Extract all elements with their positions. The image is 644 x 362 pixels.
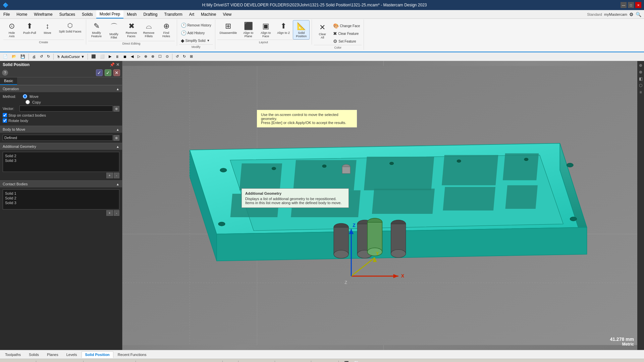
view-btn-4[interactable]: ⏸ [114,54,121,60]
add-history-button[interactable]: 🕑 Add History [179,29,213,37]
find-holes-button[interactable]: ⊕ FindHoles [158,20,175,40]
clear-all-button[interactable]: ✕ ClearAll [314,21,331,41]
method-move-option[interactable]: Move [23,94,43,99]
section-contact-bodies[interactable]: Contact Bodies ▲ [0,180,122,187]
menu-transform[interactable]: Transform [161,11,186,18]
panel-close-icon[interactable]: ✕ [116,62,119,67]
menu-home[interactable]: Home [13,11,31,18]
panel-pin-icon[interactable]: 📌 [110,62,115,67]
tab-solid-position[interactable]: Solid Position [82,351,113,358]
body-to-move-input[interactable] [3,135,113,141]
clear-feature-button[interactable]: ✖ Clear Feature [331,30,362,37]
vector-input[interactable] [19,106,113,112]
modify-fillet-button[interactable]: ⌒ ModifyFillet [106,20,122,41]
viewport[interactable]: X Y Z Z Use the on-screen control to mov… [122,61,644,350]
push-pull-button[interactable]: ⬆ Push-Pull [21,20,39,36]
tab-basic[interactable]: Basic [0,77,17,85]
undo2-button[interactable]: ↺ [174,53,180,60]
change-face-button[interactable]: 🎨 Change Face [331,22,362,29]
view-btn-1[interactable]: ⬛ [90,53,98,60]
remove-history-button[interactable]: 🕐 Remove History [179,21,213,29]
addl-geom-add-button[interactable]: + [106,173,113,178]
contact-remove-button[interactable]: - [114,210,119,216]
viewsheet-add-icon[interactable]: + [28,361,31,362]
method-copy-radio[interactable] [25,100,30,104]
view-icon-4[interactable]: ⬡ [638,82,643,88]
view-btn-5[interactable]: ⏹ [121,54,128,60]
contact-solid1[interactable]: Solid 1 [4,191,118,196]
menu-machine[interactable]: Machine [198,11,219,18]
stop-on-contact-checkbox[interactable] [3,113,7,117]
menu-art[interactable]: Art [186,11,198,18]
split-solid-faces-button[interactable]: ⬡ Split Solid Faces [57,20,84,35]
simplify-solid-button[interactable]: ◆ Simplify Solid ▼ [179,37,213,44]
addl-geom-solid2[interactable]: Solid 2 [4,154,118,158]
panel-cancel-button[interactable]: ✕ [113,69,120,76]
panel-apply-button[interactable]: ✓ [105,69,111,76]
solid-position-button[interactable]: 📐 SolidPosition [293,20,310,40]
print-button[interactable]: 🖨 [31,54,38,60]
settings-icon[interactable]: ⚙ [629,12,634,17]
menu-surfaces[interactable]: Surfaces [56,11,78,18]
addl-geom-remove-button[interactable]: - [114,173,119,178]
view-btn-8[interactable]: ⊕ [143,53,149,60]
open-button[interactable]: 📂 [10,53,18,60]
view-btn-3[interactable]: ▶ [107,53,113,60]
view-icon-5[interactable]: ≡ [639,89,642,95]
menu-model-prep[interactable]: Model Prep [96,10,123,18]
view-btn-7[interactable]: ▷ [136,53,142,60]
method-move-radio[interactable] [23,94,27,99]
set-feature-button[interactable]: ⚙ Set Feature [331,38,362,45]
body-to-move-pick-button[interactable]: ⊕ [113,135,119,141]
search-icon[interactable]: 🔍 [636,12,641,17]
view-icon-2[interactable]: ⊗ [638,69,643,75]
menu-file[interactable]: File [0,11,13,18]
view-btn-6[interactable]: ◀ [129,53,135,60]
tab-recent-functions[interactable]: Recent Functions [114,351,150,358]
new-file-button[interactable]: 📄 [1,53,9,60]
simplify-solid-dropdown[interactable]: ▼ [207,39,210,42]
undo-button[interactable]: ↺ [38,53,45,60]
extra-btn[interactable]: ⊞ [188,53,195,60]
hole-axis-button[interactable]: ⊙ HoleAxis [3,20,20,40]
disassemble-button[interactable]: ⊞ Disassemble [217,20,239,36]
section-operation[interactable]: Operation ▲ [0,85,122,92]
menu-view[interactable]: View [219,11,235,18]
contact-solid2[interactable]: Solid 2 [4,196,118,200]
tab-planes[interactable]: Planes [43,351,62,358]
tab-levels[interactable]: Levels [63,351,81,358]
method-copy-option[interactable]: Copy [25,100,46,104]
view-icon-3[interactable]: ◧ [638,76,643,82]
panel-ok-button[interactable]: ✓ [96,69,103,76]
view-btn-2[interactable]: ⬜ [98,53,106,60]
view-btn-9[interactable]: ⊗ [150,53,156,60]
section-body-to-move[interactable]: Body to Move ▲ [0,126,122,133]
contact-solid3[interactable]: Solid 3 [4,200,118,205]
menu-mesh[interactable]: Mesh [123,11,140,18]
panel-help-button[interactable]: ? [2,70,8,76]
menu-drafting[interactable]: Drafting [140,11,161,18]
vector-pick-button[interactable]: ⊕ [113,106,119,112]
menu-wireframe[interactable]: Wireframe [31,11,56,18]
align-to-z-button[interactable]: ⬆ Align to Z [275,20,292,36]
modify-feature-button[interactable]: ✎ ModifyFeature [88,20,105,40]
rotate-body-checkbox[interactable] [3,118,7,123]
view-icon-1[interactable]: ⊕ [638,62,643,68]
minimize-button[interactable]: — [621,2,627,8]
align-to-plane-button[interactable]: ⬛ Align toPlane [240,20,257,40]
remove-fillets-button[interactable]: ⌓ RemoveFillets [141,20,157,40]
redo2-button[interactable]: ↻ [181,53,187,60]
close-button[interactable]: ✕ [635,2,641,8]
view-btn-10[interactable]: ☐ [157,53,163,60]
section-additional-geometry[interactable]: Additional Geometry ▲ [0,143,122,150]
maximize-button[interactable]: □ [628,2,634,8]
align-to-face-button[interactable]: ▣ Align toFace [257,20,274,40]
addl-geom-solid3[interactable]: Solid 3 [4,158,118,163]
remove-faces-button[interactable]: ✖ RemoveFaces [123,20,140,40]
move-button[interactable]: ↕ Move [39,20,56,36]
tab-toolpaths[interactable]: Toolpaths [1,351,24,358]
tab-solids[interactable]: Solids [25,351,43,358]
redo-button[interactable]: ↻ [45,53,52,60]
save-button[interactable]: 💾 [19,53,27,60]
view-btn-11[interactable]: ⊙ [164,53,170,60]
